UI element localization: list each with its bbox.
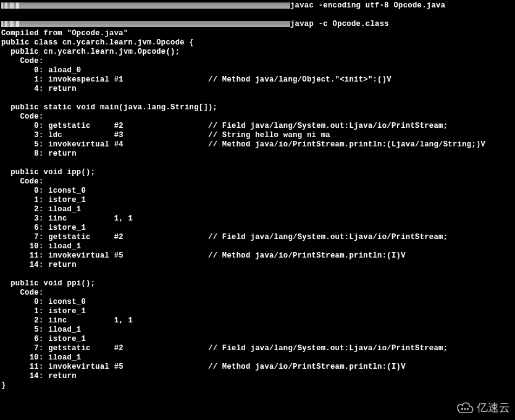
main-3a: 3: ldc #3 xyxy=(1,131,124,140)
code-label: Code: xyxy=(1,57,44,65)
ipp-7c: // Field java/lang/System.out:Ljava/io/P… xyxy=(208,233,448,242)
ppi-10: 10: iload_1 xyxy=(1,353,81,362)
ipp-6: 6: istore_1 xyxy=(1,224,86,232)
ppi-11a: 11: invokevirtual #5 xyxy=(1,363,124,371)
ipp-0: 0: iconst_0 xyxy=(1,187,86,195)
ppi-6: 6: istore_1 xyxy=(1,335,86,343)
ppi-0: 0: iconst_0 xyxy=(1,298,86,306)
ctor-1c: // Method java/lang/Object."<init>":()V xyxy=(208,75,391,84)
ipp-7a: 7: getstatic #2 xyxy=(1,233,124,242)
close-brace: } xyxy=(1,381,6,390)
ppi-1: 1: istore_1 xyxy=(1,307,86,316)
main-0c: // Field java/lang/System.out:Ljava/io/P… xyxy=(208,122,448,130)
ipp-3: 3: iinc 1, 1 xyxy=(1,214,133,223)
ipp-2: 2: iload_1 xyxy=(1,205,81,214)
code-label: Code: xyxy=(1,288,44,297)
ctor-0: 0: aload_0 xyxy=(1,66,81,75)
class-decl: public class cn.ycarch.learn.jvm.Opcode … xyxy=(1,38,194,47)
code-label: Code: xyxy=(1,112,44,121)
ipp-14: 14: return xyxy=(1,261,77,269)
ipp-11c: // Method java/io/PrintStream.println:(I… xyxy=(208,251,406,260)
ppi-7c: // Field java/lang/System.out:Ljava/io/P… xyxy=(208,344,448,353)
ipp-sig: public void ipp(); xyxy=(1,168,95,177)
terminal-output: javac -encoding utf-8 Opcode.java javap … xyxy=(0,0,515,420)
ipp-11a: 11: invokevirtual #5 xyxy=(1,251,124,260)
main-0a: 0: getstatic #2 xyxy=(1,122,124,130)
main-5a: 5: invokevirtual #4 xyxy=(1,140,124,149)
main-3c: // String hello wang ni ma xyxy=(208,131,330,140)
code-label: Code: xyxy=(1,177,44,186)
cmd-javac: javac -encoding utf-8 Opcode.java xyxy=(290,1,445,10)
redacted-prompt-1 xyxy=(1,2,290,9)
main-8: 8: return xyxy=(1,149,77,158)
ctor-1a: 1: invokespecial #1 xyxy=(1,75,124,84)
redacted-prompt-2 xyxy=(1,21,290,27)
ppi-2: 2: iinc 1, 1 xyxy=(1,316,133,325)
ipp-1: 1: istore_1 xyxy=(1,196,86,204)
main-5c: // Method java/io/PrintStream.println:(L… xyxy=(208,140,485,149)
ppi-7a: 7: getstatic #2 xyxy=(1,344,124,353)
compiled-from: Compiled from "Opcode.java" xyxy=(1,29,128,38)
ctor-4: 4: return xyxy=(1,85,77,93)
ipp-10: 10: iload_1 xyxy=(1,242,81,251)
ppi-14: 14: return xyxy=(1,372,77,380)
main-sig: public static void main(java.lang.String… xyxy=(1,103,217,112)
ppi-11c: // Method java/io/PrintStream.println:(I… xyxy=(208,363,406,371)
ppi-5: 5: iload_1 xyxy=(1,326,81,334)
ppi-sig: public void ppi(); xyxy=(1,279,95,288)
ctor-sig: public cn.ycarch.learn.jvm.Opcode(); xyxy=(1,48,180,56)
cmd-javap: javap -c Opcode.class xyxy=(290,20,389,28)
